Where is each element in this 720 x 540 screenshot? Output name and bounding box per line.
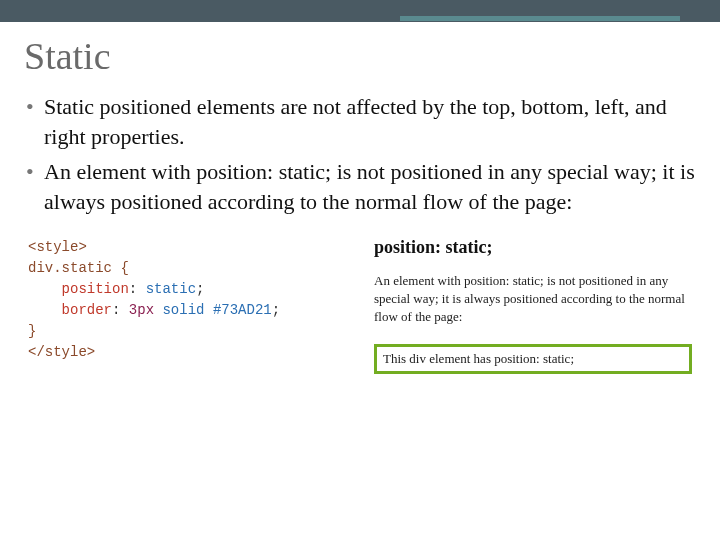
code-tag-close: </style> — [28, 344, 95, 360]
code-prop: border — [62, 302, 112, 318]
preview-heading: position: static; — [374, 237, 692, 258]
code-brace: } — [28, 323, 36, 339]
code-block: <style> div.static { position: static; b… — [28, 237, 346, 375]
bullet-list: Static positioned elements are not affec… — [24, 92, 696, 217]
preview-block: position: static; An element with positi… — [374, 237, 692, 375]
code-value: static — [146, 281, 196, 297]
slide-content: Static Static positioned elements are no… — [0, 22, 720, 374]
bullet-item: Static positioned elements are not affec… — [26, 92, 696, 151]
code-value: solid #73AD21 — [162, 302, 271, 318]
slide-topbar — [0, 0, 720, 22]
lower-section: <style> div.static { position: static; b… — [24, 237, 696, 375]
preview-static-box: This div element has position: static; — [374, 344, 692, 374]
bullet-item: An element with position: static; is not… — [26, 157, 696, 216]
code-prop: position — [62, 281, 129, 297]
slide-title: Static — [24, 34, 696, 78]
code-selector: div.static { — [28, 260, 129, 276]
preview-text: An element with position: static; is not… — [374, 272, 692, 327]
code-value: 3px — [129, 302, 154, 318]
code-tag-open: <style> — [28, 239, 87, 255]
